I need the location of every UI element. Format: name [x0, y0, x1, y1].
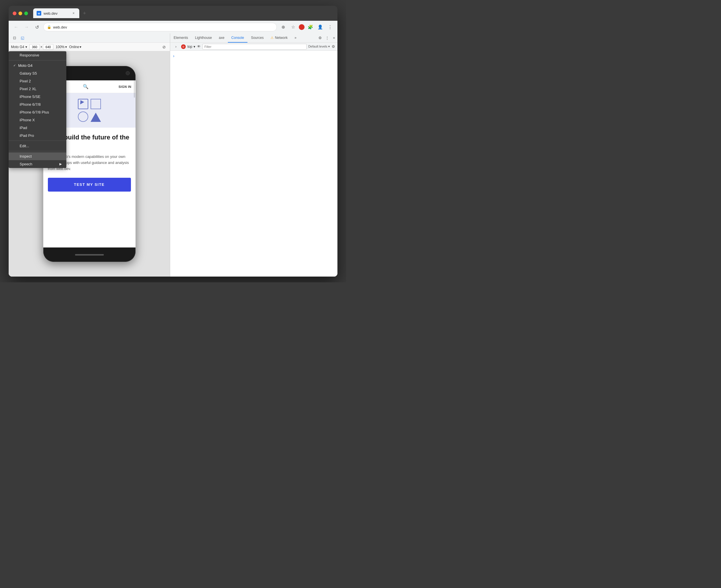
console-level-selector[interactable]: Default levels ▾ [308, 45, 330, 48]
hero-shape-square [91, 99, 101, 109]
dropdown-item-pixel-2[interactable]: Pixel 2 [9, 77, 66, 85]
console-clear-button[interactable]: ⊘ [181, 44, 186, 49]
tab-more[interactable]: » [291, 34, 300, 43]
device-dropdown-menu: Responsive ✓ Moto G4 Galaxy S5 Pixel [9, 51, 66, 168]
url-bar[interactable]: 🔒 web.dev [43, 23, 277, 31]
dropdown-item-speech[interactable]: Speech ▶ [9, 160, 66, 168]
dropdown-item-iphone-678[interactable]: iPhone 6/7/8 [9, 101, 66, 108]
phone-camera [126, 71, 130, 75]
dropdown-item-responsive[interactable]: Responsive [9, 51, 66, 59]
profile-icon[interactable]: 👤 [316, 23, 324, 31]
hero-shape-triangle [91, 113, 101, 122]
network-warning-icon: ⚠ [271, 36, 274, 40]
dropdown-item-label-inspect: Inspect [20, 154, 32, 159]
dropdown-item-pixel-2-xl[interactable]: Pixel 2 XL [9, 85, 66, 93]
dropdown-item-iphone-x[interactable]: iPhone X [9, 116, 66, 124]
forward-button[interactable]: → [22, 23, 31, 31]
rotate-icon[interactable]: ⊘ [161, 43, 167, 50]
dropdown-item-iphone-5se[interactable]: iPhone 5/SE [9, 93, 66, 101]
dropdown-item-label-pixel-2: Pixel 2 [20, 79, 31, 83]
tab-console-label: Console [231, 36, 244, 40]
dropdown-item-moto-g4[interactable]: ✓ Moto G4 [9, 62, 66, 69]
tab-lighthouse-label: Lighthouse [195, 36, 212, 40]
dropdown-separator-1 [9, 60, 66, 61]
tab-network[interactable]: ⚠ Network [267, 34, 291, 43]
devtools-close-icon[interactable]: × [331, 35, 337, 41]
dropdown-item-label-iphone-x: iPhone X [20, 118, 35, 122]
active-tab[interactable]: w web.dev × [33, 8, 79, 18]
dropdown-item-iphone-678-plus[interactable]: iPhone 6/7/8 Plus [9, 108, 66, 116]
viewport-panel: ⊡ ◱ Moto G4 ▾ × 100% ▾ On [9, 34, 170, 277]
console-filter-input[interactable] [202, 44, 306, 49]
phone-home-bar [75, 254, 104, 255]
device-name-arrow: ▾ [25, 45, 27, 49]
dropdown-item-label-iphone-678-plus: iPhone 6/7/8 Plus [20, 110, 49, 114]
toolbar-right: ⊕ ☆ 🧩 👤 ⋮ [279, 23, 334, 31]
close-button[interactable] [13, 12, 16, 15]
dropdown-item-label-moto-g4: Moto G4 [18, 63, 33, 68]
minimize-button[interactable] [18, 12, 22, 15]
devtools-settings-icon[interactable]: ⚙ [317, 35, 324, 41]
dropdown-item-check-moto-g4: ✓ [13, 64, 16, 67]
phone-bottom [43, 248, 136, 262]
tab-favicon: w [37, 11, 41, 16]
dropdown-item-label-speech: Speech [20, 162, 32, 166]
height-input[interactable] [43, 44, 53, 50]
menu-icon[interactable]: ⋮ [326, 23, 334, 31]
device-selector[interactable]: Moto G4 ▾ [11, 45, 27, 49]
dropdown-item-label-galaxy-s5: Galaxy S5 [20, 71, 37, 76]
lock-icon: 🔒 [47, 25, 51, 29]
back-button[interactable]: ← [12, 23, 20, 31]
dropdown-item-galaxy-s5[interactable]: Galaxy S5 [9, 69, 66, 77]
width-input[interactable] [29, 44, 40, 50]
dropdown-separator-2 [9, 141, 66, 141]
new-tab-button[interactable]: + [80, 9, 88, 17]
cast-icon[interactable]: ⊕ [279, 23, 287, 31]
hero-shape-circle [78, 111, 88, 122]
url-text: web.dev [53, 25, 273, 29]
dropdown-item-edit[interactable]: Edit... [9, 142, 66, 150]
tab-close-button[interactable]: × [71, 11, 76, 16]
tab-bar: w web.dev × + [33, 8, 334, 18]
console-sidebar-toggle[interactable]: › [173, 43, 179, 50]
device-toggle-icon[interactable]: ◱ [19, 35, 26, 41]
tab-lighthouse[interactable]: Lighthouse [192, 34, 216, 43]
online-label: Online [69, 45, 79, 49]
tab-console[interactable]: Console [228, 34, 247, 43]
dropdown-item-ipad[interactable]: iPad [9, 124, 66, 132]
extension-icon[interactable] [299, 24, 304, 30]
console-context-label: top [187, 45, 192, 49]
devtools-top-icons: ⊡ ◱ [9, 34, 170, 43]
dropdown-item-label-ipad-pro: iPad Pro [20, 133, 34, 138]
tab-sources-label: Sources [251, 36, 264, 40]
devtools-more-icon[interactable]: ⋮ [324, 35, 331, 41]
tab-sources[interactable]: Sources [247, 34, 267, 43]
phone-scrollbar[interactable] [134, 80, 135, 98]
phone-signin-button[interactable]: SIGN IN [119, 85, 131, 88]
tab-axe[interactable]: axe [216, 34, 228, 43]
console-eye-icon[interactable]: 👁 [197, 44, 201, 49]
extensions-icon[interactable]: 🧩 [306, 23, 314, 31]
inspect-element-icon[interactable]: ⊡ [11, 35, 18, 41]
dropdown-item-ipad-pro[interactable]: iPad Pro [9, 132, 66, 140]
zoom-arrow: ▾ [65, 45, 67, 49]
phone-search-icon[interactable]: 🔍 [83, 84, 88, 89]
network-throttle-selector[interactable]: Online ▾ [69, 45, 82, 49]
maximize-button[interactable] [24, 12, 28, 15]
console-toolbar: › ⊘ top ▾ 👁 Default levels ▾ ⚙ [170, 43, 337, 51]
device-name-label: Moto G4 [11, 45, 24, 49]
devtools-tabs: Elements Lighthouse axe Console Sources … [170, 34, 337, 43]
tab-network-label: Network [275, 36, 287, 40]
traffic-lights [13, 12, 28, 15]
dropdown-item-label-responsive: Responsive [20, 53, 39, 57]
test-my-site-button[interactable]: TEST MY SITE [48, 178, 131, 192]
dropdown-item-inspect[interactable]: Inspect [9, 152, 66, 160]
dim-cross: × [40, 45, 42, 49]
tab-elements[interactable]: Elements [170, 34, 192, 43]
tab-elements-label: Elements [174, 36, 188, 40]
bookmark-icon[interactable]: ☆ [289, 23, 297, 31]
console-settings-icon[interactable]: ⚙ [332, 44, 335, 49]
console-context-selector[interactable]: top ▾ [187, 45, 195, 49]
reload-button[interactable]: ↺ [33, 23, 41, 31]
zoom-selector[interactable]: 100% ▾ [56, 45, 67, 49]
